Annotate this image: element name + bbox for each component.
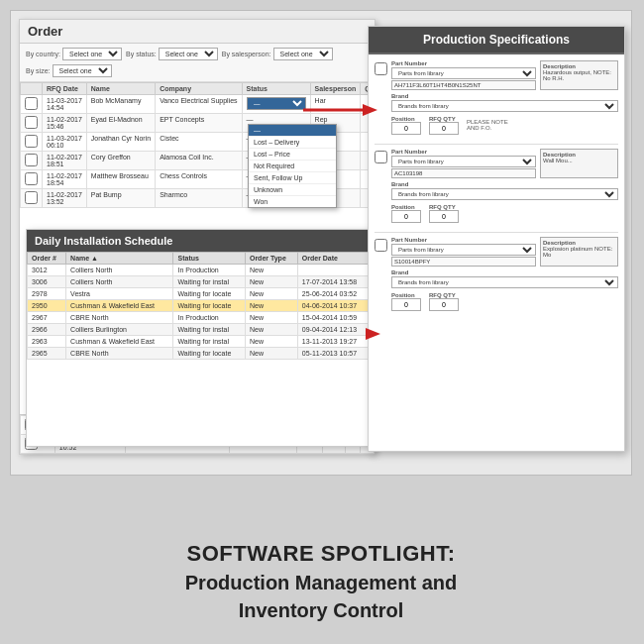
dropdown-item-unknown[interactable]: Unknown — [249, 184, 336, 196]
spec-field-row-3: Part Number Parts from library Descripti… — [391, 237, 618, 267]
filter-status-label: By status: — [126, 51, 157, 57]
col-checkbox — [21, 83, 43, 95]
spec-rfq-qty-group-1: RFQ QTY — [429, 115, 459, 135]
salesperson-select[interactable]: Select one — [273, 48, 333, 60]
spec-rfq-qty-value-1[interactable] — [429, 122, 459, 135]
prod-spec-title: Production Specifications — [369, 27, 624, 54]
spec-position-value-1[interactable] — [391, 122, 421, 135]
spec-position-group-2: Position — [391, 203, 421, 223]
company-cell: Alamosa Coil Inc. — [156, 152, 242, 170]
svg-marker-1 — [363, 104, 377, 116]
filter-row: By country: Select one By status: Select… — [20, 44, 375, 82]
row-checkbox[interactable] — [25, 135, 38, 148]
spec-brand-source-2[interactable]: Brands from library — [391, 188, 618, 200]
spec-brand-label-1: Brand — [391, 93, 618, 99]
name-cell: Eyad El-Madnon — [86, 114, 155, 133]
sched-type: New — [245, 324, 297, 336]
filter-size-label: By size: — [26, 67, 51, 74]
spec-brand-source-1[interactable]: Brands from library — [391, 100, 618, 112]
spec-field-row-2: Part Number Parts from library Descripti… — [391, 149, 618, 178]
dropdown-item-won[interactable]: Won — [249, 196, 336, 207]
spec-checkbox-3[interactable] — [375, 239, 387, 252]
spec-part-number-value-3[interactable] — [391, 257, 536, 267]
sched-status: Waiting for locate — [173, 288, 245, 300]
spec-part-number-source-1[interactable]: Parts from library — [391, 67, 536, 79]
sched-name: Colliers Burlington — [66, 324, 173, 336]
sched-status: In Production — [173, 312, 245, 324]
screenshot-area: Order By country: Select one By status: … — [10, 10, 632, 476]
spec-rfq-qty-group-2: RFQ QTY — [429, 203, 459, 223]
country-select[interactable]: Select one — [62, 48, 122, 60]
spec-position-value-3[interactable] — [391, 298, 421, 311]
arrow-to-prod-spec — [303, 100, 382, 120]
prod-spec-panel: Production Specifications Part Number Pa… — [368, 26, 625, 452]
spec-position-value-2[interactable] — [391, 210, 421, 223]
sched-row: 3006 Colliers North Waiting for instal N… — [28, 276, 372, 288]
spec-part-number-source-3[interactable]: Parts from library — [391, 244, 536, 256]
sched-type: New — [245, 336, 297, 348]
sched-name: Cushman & Wakefield East — [66, 300, 173, 312]
spec-fields-3: Part Number Parts from library Descripti… — [391, 237, 618, 314]
prod-spec-content: Part Number Parts from library Descripti… — [369, 54, 624, 326]
status-select[interactable]: Select one — [159, 48, 218, 60]
spec-part-number-value-1[interactable] — [391, 80, 536, 90]
sched-row: 3012 Colliers North In Production New — [28, 265, 372, 276]
spec-rfq-qty-value-2[interactable] — [429, 210, 459, 223]
spec-fields-1: Part Number Parts from library Descripti… — [391, 60, 618, 138]
dropdown-item-lost-delivery[interactable]: Lost – Delivery — [249, 137, 336, 149]
sched-date: 17-07-2014 13:58 — [297, 276, 371, 288]
spec-description-1: Description Hazardous output, NOTE: No R… — [540, 60, 618, 90]
dropdown-item-dashes[interactable]: — — [249, 125, 336, 137]
spec-checkbox-2[interactable] — [375, 151, 387, 163]
spec-part-number-label-1: Part Number — [391, 60, 536, 66]
dropdown-item-sent-follow-up[interactable]: Sent, Follow Up — [249, 172, 336, 184]
spec-position-group-1: Position — [391, 115, 421, 135]
spec-part-number-group-2: Part Number Parts from library — [391, 149, 536, 178]
status-dropdown[interactable]: — Lost – Delivery Lost – Price Not Requi… — [248, 124, 337, 208]
bottom-text-area: SOFTWARE SPOTLIGHT: Production Managemen… — [10, 530, 632, 634]
company-cell: Chess Controls — [156, 170, 242, 189]
spec-brand-group-3: Brand Brands from library — [391, 269, 618, 288]
sched-type: New — [245, 300, 297, 312]
row-checkbox[interactable] — [25, 116, 38, 129]
svg-marker-2 — [366, 328, 380, 340]
sched-row: 2966 Colliers Burlington Waiting for ins… — [28, 324, 372, 336]
filter-country: By country: Select one — [26, 48, 122, 60]
rfq-date-cell: 11-03-201714:54 — [43, 95, 87, 114]
row-checkbox[interactable] — [25, 191, 38, 204]
sched-status: Waiting for instal — [173, 276, 245, 288]
spec-desc-label-2: Description — [543, 152, 576, 158]
sched-order-num: 2978 — [28, 288, 66, 300]
sched-name: Colliers North — [66, 265, 173, 276]
spec-qty-row-2: Position RFQ QTY — [391, 203, 618, 223]
spec-brand-label-3: Brand — [391, 269, 618, 275]
name-cell: Pat Bump — [86, 189, 155, 208]
rfq-date-cell: 11-02-201715:46 — [43, 114, 87, 133]
dropdown-item-lost-price[interactable]: Lost – Price — [249, 149, 336, 161]
spec-brand-row-1: Brand Brands from library — [391, 93, 618, 112]
spec-part-number-source-2[interactable]: Parts from library — [391, 156, 536, 167]
spec-part-number-value-2[interactable] — [391, 168, 536, 178]
spec-desc-label-1: Description — [543, 63, 576, 69]
row-checkbox[interactable] — [25, 97, 38, 110]
row-status-select[interactable]: — — [247, 97, 306, 110]
dropdown-item-not-required[interactable]: Not Required — [249, 161, 336, 172]
filter-size: By size: Select one — [26, 64, 112, 77]
size-select[interactable]: Select one — [53, 64, 112, 77]
row-checkbox[interactable] — [25, 154, 38, 166]
name-cell: Jonathan Cyr Norin — [86, 133, 155, 152]
sched-date — [297, 265, 371, 276]
spec-brand-source-3[interactable]: Brands from library — [391, 276, 618, 288]
spec-brand-group-2: Brand Brands from library — [391, 181, 618, 200]
row-checkbox[interactable] — [25, 172, 38, 185]
name-cell: Matthew Brosseau — [86, 170, 155, 189]
spec-checkbox-1[interactable] — [375, 62, 387, 75]
sched-type: New — [245, 348, 297, 360]
sched-name: Cushman & Wakefield East — [66, 336, 173, 348]
sched-row: 2965 CBRE North Waiting for locate New 0… — [28, 348, 372, 360]
name-cell: Bob McManamy — [86, 95, 155, 114]
spec-field-row-1: Part Number Parts from library Descripti… — [391, 60, 618, 90]
col-rfq-date: RFQ Date — [43, 83, 87, 95]
rfq-date-cell: 11-02-201713:52 — [43, 189, 87, 208]
spec-rfq-qty-value-3[interactable] — [429, 298, 459, 311]
